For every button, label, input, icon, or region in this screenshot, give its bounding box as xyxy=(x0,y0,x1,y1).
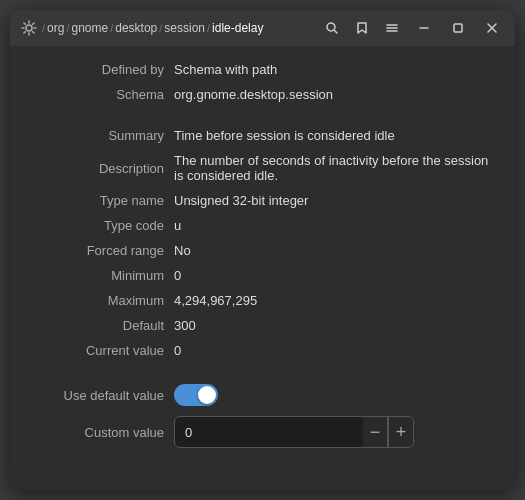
type-code-value: u xyxy=(174,218,491,233)
info-grid: Defined by Schema with path Schema org.g… xyxy=(34,62,491,448)
titlebar: / org / gnome / desktop / session / idle… xyxy=(10,10,515,46)
forced-range-label: Forced range xyxy=(34,243,164,258)
forced-range-value: No xyxy=(174,243,491,258)
custom-value-field[interactable] xyxy=(175,425,363,440)
search-button[interactable] xyxy=(321,17,343,39)
app-window: / org / gnome / desktop / session / idle… xyxy=(10,10,515,490)
current-value-value: 0 xyxy=(174,343,491,358)
defined-by-label: Defined by xyxy=(34,62,164,77)
defined-by-value: Schema with path xyxy=(174,62,491,77)
breadcrumb-org[interactable]: org xyxy=(47,21,64,35)
minimum-label: Minimum xyxy=(34,268,164,283)
breadcrumb-session[interactable]: session xyxy=(164,21,205,35)
custom-value-label: Custom value xyxy=(34,425,164,440)
breadcrumb: / org / gnome / desktop / session / idle… xyxy=(42,21,263,35)
menu-button[interactable] xyxy=(381,17,403,39)
content-area: Defined by Schema with path Schema org.g… xyxy=(10,46,515,490)
breadcrumb-desktop[interactable]: desktop xyxy=(115,21,157,35)
breadcrumb-root-sep: / xyxy=(42,22,45,34)
use-default-toggle[interactable] xyxy=(174,384,218,406)
use-default-toggle-container xyxy=(174,384,491,406)
schema-label: Schema xyxy=(34,87,164,102)
use-default-label: Use default value xyxy=(34,388,164,403)
svg-point-1 xyxy=(327,23,335,31)
bookmark-button[interactable] xyxy=(351,17,373,39)
type-code-label: Type code xyxy=(34,218,164,233)
minimum-value: 0 xyxy=(174,268,491,283)
breadcrumb-gnome[interactable]: gnome xyxy=(71,21,108,35)
svg-rect-2 xyxy=(454,24,462,32)
schema-value: org.gnome.desktop.session xyxy=(174,87,491,102)
default-label: Default xyxy=(34,318,164,333)
summary-value: Time before session is considered idle xyxy=(174,128,491,143)
default-value: 300 xyxy=(174,318,491,333)
summary-label: Summary xyxy=(34,128,164,143)
description-label: Description xyxy=(34,161,164,176)
maximum-label: Maximum xyxy=(34,293,164,308)
type-name-value: Unsigned 32-bit integer xyxy=(174,193,491,208)
current-value-label: Current value xyxy=(34,343,164,358)
titlebar-actions xyxy=(321,15,505,41)
titlebar-left: / org / gnome / desktop / session / idle… xyxy=(20,19,315,37)
toggle-knob xyxy=(198,386,216,404)
app-icon xyxy=(20,19,38,37)
svg-point-0 xyxy=(26,25,32,31)
close-button[interactable] xyxy=(479,15,505,41)
breadcrumb-idle-delay[interactable]: idle-delay xyxy=(212,21,263,35)
custom-value-increment-button[interactable]: + xyxy=(388,416,413,448)
custom-value-input-group: − + xyxy=(174,416,414,448)
description-value: The number of seconds of inactivity befo… xyxy=(174,153,491,183)
custom-value-decrement-button[interactable]: − xyxy=(363,416,388,448)
type-name-label: Type name xyxy=(34,193,164,208)
maximize-button[interactable] xyxy=(445,15,471,41)
maximum-value: 4,294,967,295 xyxy=(174,293,491,308)
minimize-button[interactable] xyxy=(411,15,437,41)
